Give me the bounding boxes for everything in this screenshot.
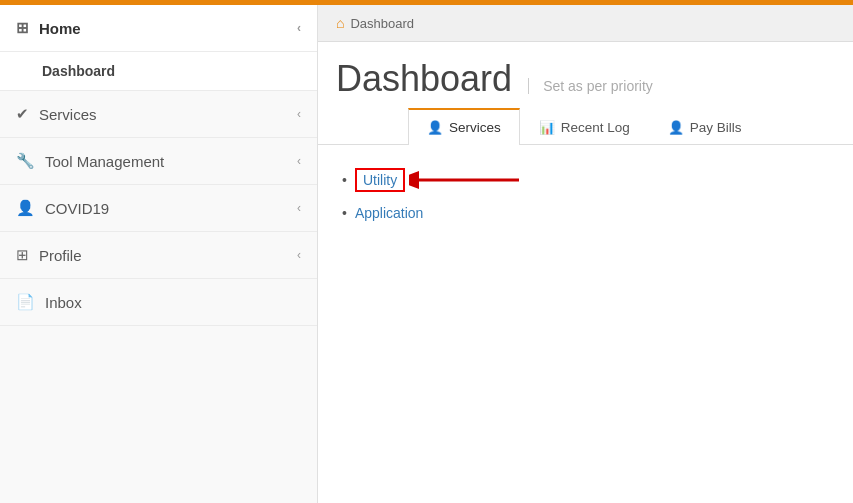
pay-bills-tab-label: Pay Bills — [690, 120, 742, 135]
sidebar-home-left: ⊞ Home — [16, 19, 81, 37]
tab-spacer — [328, 108, 408, 144]
sidebar-profile-left: ⊞ Profile — [16, 246, 82, 264]
services-tab-label: Services — [449, 120, 501, 135]
sidebar-item-profile[interactable]: ⊞ Profile ‹ — [0, 232, 317, 279]
sidebar-services-left: ✔ Services — [16, 105, 97, 123]
covid-chevron: ‹ — [297, 201, 301, 215]
sidebar: ⊞ Home ‹ Dashboard ✔ Services ‹ 🔧 Tool M… — [0, 5, 318, 503]
list-item-utility: • Utility — [342, 165, 829, 195]
recent-log-tab-label: Recent Log — [561, 120, 630, 135]
profile-chevron: ‹ — [297, 248, 301, 262]
covid-icon: 👤 — [16, 199, 35, 217]
list-item-application: • Application — [342, 205, 829, 221]
utility-annotation: Utility — [355, 165, 529, 195]
sidebar-covid-label: COVID19 — [45, 200, 109, 217]
tab-recent-log[interactable]: 📊 Recent Log — [520, 108, 649, 145]
recent-log-tab-icon: 📊 — [539, 120, 555, 135]
utility-link[interactable]: Utility — [355, 168, 405, 192]
tool-icon: 🔧 — [16, 152, 35, 170]
sidebar-home-label: Home — [39, 20, 81, 37]
sidebar-covid-left: 👤 COVID19 — [16, 199, 109, 217]
sidebar-item-tool-management[interactable]: 🔧 Tool Management ‹ — [0, 138, 317, 185]
sidebar-item-covid19[interactable]: 👤 COVID19 ‹ — [0, 185, 317, 232]
breadcrumb: ⌂ Dashboard — [318, 5, 853, 42]
sidebar-tool-label: Tool Management — [45, 153, 164, 170]
sidebar-tool-left: 🔧 Tool Management — [16, 152, 164, 170]
red-arrow-annotation — [409, 165, 529, 195]
inbox-icon: 📄 — [16, 293, 35, 311]
main-content: ⌂ Dashboard Dashboard Set as per priorit… — [318, 5, 853, 503]
tab-content-services: • Utility — [318, 145, 853, 503]
sidebar-item-home[interactable]: ⊞ Home ‹ — [0, 5, 317, 52]
sidebar-profile-label: Profile — [39, 247, 82, 264]
sidebar-inbox-label: Inbox — [45, 294, 82, 311]
home-chevron: ‹ — [297, 21, 301, 35]
tab-pay-bills[interactable]: 👤 Pay Bills — [649, 108, 761, 145]
utility-bullet: • — [342, 172, 347, 188]
services-icon: ✔ — [16, 105, 29, 123]
breadcrumb-home-icon: ⌂ — [336, 15, 344, 31]
sidebar-sub-dashboard[interactable]: Dashboard — [0, 52, 317, 91]
services-tab-icon: 👤 — [427, 120, 443, 135]
sidebar-item-inbox[interactable]: 📄 Inbox — [0, 279, 317, 326]
sidebar-dashboard-label: Dashboard — [42, 63, 115, 79]
tool-chevron: ‹ — [297, 154, 301, 168]
page-title: Dashboard — [336, 58, 512, 100]
page-subtitle: Set as per priority — [528, 78, 653, 94]
profile-icon: ⊞ — [16, 246, 29, 264]
sidebar-services-label: Services — [39, 106, 97, 123]
tabs-bar: 👤 Services 📊 Recent Log 👤 Pay Bills — [318, 108, 853, 145]
tab-services[interactable]: 👤 Services — [408, 108, 520, 145]
sidebar-item-services[interactable]: ✔ Services ‹ — [0, 91, 317, 138]
application-bullet: • — [342, 205, 347, 221]
home-icon: ⊞ — [16, 19, 29, 37]
app-container: ⊞ Home ‹ Dashboard ✔ Services ‹ 🔧 Tool M… — [0, 5, 853, 503]
services-chevron: ‹ — [297, 107, 301, 121]
breadcrumb-label: Dashboard — [350, 16, 414, 31]
sidebar-inbox-left: 📄 Inbox — [16, 293, 82, 311]
application-link[interactable]: Application — [355, 205, 424, 221]
pay-bills-tab-icon: 👤 — [668, 120, 684, 135]
page-header: Dashboard Set as per priority — [318, 42, 853, 108]
